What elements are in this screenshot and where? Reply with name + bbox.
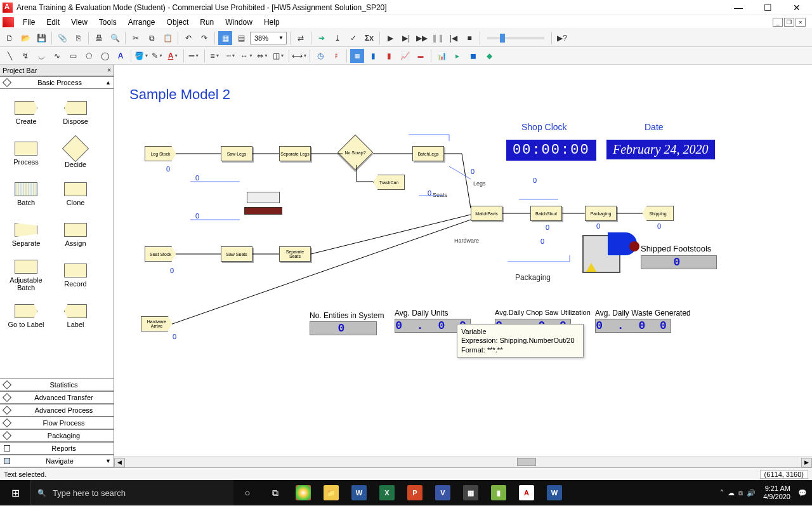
visio-icon[interactable]: V: [429, 480, 457, 505]
mod-saw-legs[interactable]: Saw Legs: [221, 146, 252, 161]
chrome-icon[interactable]: [289, 480, 317, 505]
rect-icon[interactable]: ▭: [66, 49, 80, 63]
ellipse-icon[interactable]: ◯: [98, 49, 112, 63]
text-icon[interactable]: A: [114, 49, 128, 63]
polygon-icon[interactable]: ⬠: [82, 49, 96, 63]
stop-go-icon[interactable]: ⤓: [331, 31, 344, 45]
preview-icon[interactable]: 🔍: [108, 31, 122, 45]
text-color-icon[interactable]: A▼: [166, 49, 180, 63]
menu-tools[interactable]: Tools: [94, 17, 122, 28]
global-icon[interactable]: ◼: [466, 49, 480, 63]
taskview-icon[interactable]: ⧉: [261, 480, 289, 505]
bezier-icon[interactable]: ∿: [50, 49, 64, 63]
menu-view[interactable]: View: [66, 17, 93, 28]
menu-file[interactable]: File: [18, 17, 40, 28]
powerpoint-icon[interactable]: P: [401, 480, 429, 505]
dash-icon[interactable]: ┄▼: [224, 49, 238, 63]
maximize-button[interactable]: ☐: [759, 3, 776, 13]
variable-icon[interactable]: ▦: [350, 49, 364, 63]
detach-icon[interactable]: ⎘: [71, 31, 85, 45]
mod-saw-seats[interactable]: Saw Seats: [221, 246, 252, 262]
minimize-button[interactable]: —: [730, 3, 747, 13]
clock-anim-icon[interactable]: ◷: [313, 49, 327, 63]
pal-separate[interactable]: Separate: [1, 215, 51, 255]
polyline-icon[interactable]: ↯: [18, 49, 32, 63]
chart-icon[interactable]: 📊: [435, 49, 449, 63]
grid-icon[interactable]: ▤: [234, 31, 248, 45]
mod-hardware-arrive[interactable]: Hardware Arrive: [141, 316, 173, 331]
start-button[interactable]: ⊞: [0, 480, 30, 505]
pal-batch[interactable]: Batch: [1, 174, 51, 215]
category-flow-process[interactable]: Flow Process: [0, 417, 114, 429]
pal-assign[interactable]: Assign: [51, 215, 100, 255]
chart-app-icon[interactable]: ▮: [485, 480, 513, 505]
paste-icon[interactable]: 📋: [160, 31, 174, 45]
mod-leg-stock[interactable]: Leg Stock: [145, 146, 176, 161]
stop-icon[interactable]: ■: [462, 31, 476, 45]
pal-process[interactable]: Process: [1, 133, 51, 174]
pal-dispose[interactable]: Dispose: [51, 93, 100, 133]
check-icon[interactable]: ✓: [346, 31, 360, 45]
print-icon[interactable]: 🖶: [92, 31, 106, 45]
plot-icon[interactable]: 📈: [398, 49, 412, 63]
taskbar-clock[interactable]: 9:21 AM 4/9/2020: [759, 485, 794, 501]
copy-icon[interactable]: ⧉: [145, 31, 159, 45]
save-icon[interactable]: 💾: [34, 31, 48, 45]
step-start-icon[interactable]: |◀: [447, 31, 461, 45]
pal-clone[interactable]: Clone: [51, 174, 100, 215]
play-icon[interactable]: ▶: [383, 31, 397, 45]
mod-separate-legs[interactable]: Separate Legs: [279, 146, 311, 161]
context-help-icon[interactable]: ▶?: [555, 31, 569, 45]
misc-app-icon[interactable]: ▦: [457, 480, 485, 505]
mdi-restore-button[interactable]: ❐: [784, 18, 794, 27]
menu-help[interactable]: Help: [259, 17, 285, 28]
attach-icon[interactable]: 📎: [55, 31, 69, 45]
pause-icon[interactable]: ❚❚: [431, 31, 445, 45]
layers-icon[interactable]: ▦: [218, 31, 232, 45]
align-icon[interactable]: ⇔▼: [256, 49, 270, 63]
mod-separate-seats[interactable]: Separate Seats: [279, 246, 311, 262]
size-icon[interactable]: ⟷▼: [292, 49, 306, 63]
canvas-h-scrollbar[interactable]: ◀ ▶: [114, 457, 812, 467]
sigma-icon[interactable]: Σx: [362, 31, 376, 45]
pal-adj-batch[interactable]: Adjustable Batch: [1, 255, 51, 296]
line-color-icon[interactable]: ✎▼: [150, 49, 164, 63]
pal-label[interactable]: Label: [51, 296, 100, 337]
category-basic-process[interactable]: Basic Process▲: [0, 76, 114, 89]
cortana-icon[interactable]: ○: [233, 480, 261, 505]
dropbox-icon[interactable]: ⧈: [738, 489, 743, 497]
line-width-icon[interactable]: ≡▼: [208, 49, 222, 63]
menu-run[interactable]: Run: [195, 17, 219, 28]
system-tray[interactable]: ˄ ☁ ⧈ 🔊 9:21 AM 4/9/2020 💬: [715, 480, 812, 505]
project-bar-close-icon[interactable]: ×: [107, 67, 111, 74]
mdi-close-button[interactable]: ×: [796, 18, 806, 27]
pal-goto-label[interactable]: Go to Label: [1, 296, 51, 337]
mod-trashcan[interactable]: TrashCan: [373, 175, 405, 190]
notifications-icon[interactable]: 💬: [798, 489, 807, 497]
fill-color-icon[interactable]: 🪣▼: [134, 49, 148, 63]
category-adv-process[interactable]: Advanced Process: [0, 404, 114, 417]
taskbar-search[interactable]: 🔍 Type here to search: [30, 480, 233, 505]
arena-taskbar-icon[interactable]: A: [513, 480, 540, 505]
pal-create[interactable]: Create: [1, 93, 51, 133]
category-packaging[interactable]: Packaging: [0, 429, 114, 442]
line-style-icon[interactable]: ═▼: [187, 49, 201, 63]
pal-decide[interactable]: Decide: [51, 133, 100, 174]
menu-window[interactable]: Window: [220, 17, 258, 28]
queue-icon[interactable]: ▬: [414, 49, 428, 63]
histogram-icon[interactable]: ▮: [382, 49, 396, 63]
close-button[interactable]: ✕: [788, 3, 806, 13]
connect-icon[interactable]: ⇄: [294, 31, 308, 45]
category-reports[interactable]: Reports: [0, 442, 114, 455]
explorer-icon[interactable]: 📁: [317, 480, 345, 505]
tray-up-icon[interactable]: ˄: [720, 489, 724, 497]
menu-object[interactable]: Object: [162, 17, 194, 28]
menu-edit[interactable]: Edit: [41, 17, 65, 28]
level-icon[interactable]: ▮: [366, 49, 380, 63]
fastfwd-icon[interactable]: ▶▶: [415, 31, 429, 45]
word-icon[interactable]: W: [345, 480, 373, 505]
step-end-icon[interactable]: ▶|: [399, 31, 413, 45]
onedrive-icon[interactable]: ☁: [728, 489, 735, 497]
mod-match-parts[interactable]: MatchParts: [471, 206, 502, 221]
volume-icon[interactable]: 🔊: [747, 489, 756, 497]
